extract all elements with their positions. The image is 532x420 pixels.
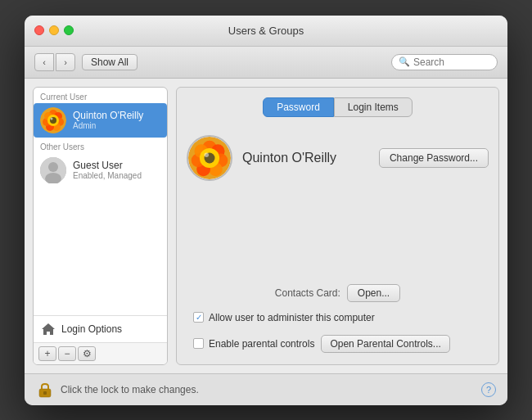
admin-checkbox-label: Allow user to administer this computer	[209, 312, 375, 323]
guest-name: Guest User	[73, 160, 142, 171]
login-options-row[interactable]: Login Options	[34, 315, 167, 342]
parental-checkbox-row[interactable]: Enable parental controls	[193, 338, 314, 350]
tab-login-items[interactable]: Login Items	[334, 97, 413, 117]
guest-sub: Enabled, Managed	[73, 171, 142, 180]
titlebar: Users & Groups	[25, 16, 507, 47]
detail-panel: Password Login Items	[176, 87, 499, 365]
parental-checkbox[interactable]	[193, 338, 204, 349]
remove-user-button[interactable]: −	[58, 346, 76, 361]
sidebar-item-current-user[interactable]: Quinton O'Reilly Admin	[34, 103, 167, 138]
svg-marker-14	[42, 323, 55, 335]
search-input[interactable]	[413, 56, 490, 68]
sidebar: Current User	[33, 87, 168, 365]
svg-rect-27	[43, 391, 47, 395]
close-button[interactable]	[34, 25, 44, 35]
add-user-button[interactable]: +	[38, 346, 56, 361]
settings-button[interactable]: ⚙	[78, 346, 96, 361]
admin-checkbox[interactable]: ✓	[193, 312, 204, 323]
open-parental-controls-button[interactable]: Open Parental Controls...	[321, 335, 449, 353]
other-users-label: Other Users	[34, 138, 167, 153]
nav-buttons: ‹ ›	[34, 53, 75, 71]
show-all-button[interactable]: Show All	[82, 54, 138, 70]
current-user-name: Quinton O'Reilly	[73, 110, 143, 121]
maximize-button[interactable]	[64, 25, 74, 35]
svg-point-12	[48, 162, 58, 172]
help-button[interactable]: ?	[481, 382, 496, 397]
parental-row: Enable parental controls Open Parental C…	[187, 333, 489, 355]
current-user-avatar	[40, 107, 66, 133]
sidebar-spacer	[34, 187, 167, 315]
lock-text: Click the lock to make changes.	[61, 384, 475, 395]
forward-button[interactable]: ›	[56, 53, 75, 71]
user-name-large: Quinton O'Reilly	[242, 151, 336, 165]
admin-checkbox-row[interactable]: ✓ Allow user to administer this computer	[187, 310, 489, 325]
parental-checkbox-label: Enable parental controls	[209, 338, 314, 350]
open-contacts-button[interactable]: Open...	[347, 284, 400, 302]
current-user-label: Current User	[34, 88, 167, 103]
user-header: Quinton O'Reilly Change Password...	[187, 129, 489, 187]
main-content: Current User	[25, 79, 507, 373]
user-avatar-large	[187, 135, 232, 181]
window: Users & Groups ‹ › Show All 🔍 Current Us…	[25, 16, 507, 405]
minimize-button[interactable]	[49, 25, 59, 35]
sidebar-actions: + − ⚙	[34, 342, 167, 364]
login-options-label: Login Options	[61, 323, 122, 335]
contacts-row: Contacts Card: Open...	[187, 284, 489, 302]
traffic-lights	[34, 25, 74, 35]
window-title: Users & Groups	[228, 25, 304, 37]
detail-spacer	[187, 196, 489, 276]
search-icon: 🔍	[399, 56, 410, 67]
contacts-card-label: Contacts Card:	[275, 287, 340, 299]
tabs-row: Password Login Items	[187, 97, 489, 117]
search-box: 🔍	[391, 54, 498, 70]
change-password-button[interactable]: Change Password...	[379, 148, 489, 168]
lock-icon[interactable]	[36, 381, 54, 399]
current-user-sub: Admin	[73, 121, 143, 130]
house-icon	[40, 321, 56, 337]
current-user-info: Quinton O'Reilly Admin	[73, 110, 143, 130]
guest-avatar	[40, 157, 66, 183]
back-button[interactable]: ‹	[34, 53, 54, 71]
svg-point-10	[51, 117, 53, 120]
tab-password[interactable]: Password	[263, 97, 334, 117]
guest-info: Guest User Enabled, Managed	[73, 160, 142, 180]
sidebar-item-guest[interactable]: Guest User Enabled, Managed	[34, 153, 167, 187]
toolbar: ‹ › Show All 🔍	[25, 47, 507, 79]
svg-point-25	[205, 152, 210, 157]
bottom-bar: Click the lock to make changes. ?	[25, 373, 507, 405]
